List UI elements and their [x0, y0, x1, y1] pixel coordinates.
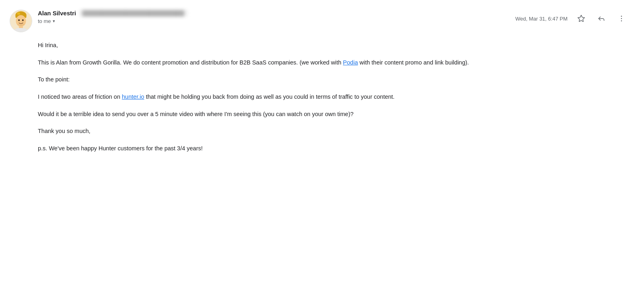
sender-info: Alan Silvestri █████████████████████████…	[38, 10, 188, 24]
email-container: Alan Silvestri █████████████████████████…	[0, 0, 644, 170]
sender-name-row: Alan Silvestri █████████████████████████…	[38, 10, 188, 17]
paragraph-intro: This is Alan from Growth Gorilla. We do …	[38, 58, 628, 68]
to-me-label: to me	[38, 18, 51, 24]
star-button[interactable]	[575, 12, 588, 25]
paragraph-video: Would it be a terrible idea to send you …	[38, 109, 628, 119]
sender-section: Alan Silvestri █████████████████████████…	[10, 10, 188, 32]
paragraph-friction: I noticed two areas of friction on hunte…	[38, 92, 628, 102]
paragraph3-before: I noticed two areas of friction on	[38, 94, 122, 100]
paragraph3-after: that might be holding you back from doin…	[144, 94, 394, 100]
paragraph1-after: with their content promo and link buildi…	[358, 59, 469, 66]
svg-point-5	[18, 19, 20, 21]
paragraph-thanks: Thank you so much,	[38, 126, 628, 136]
paragraph1-before: This is Alan from Growth Gorilla. We do …	[38, 59, 343, 66]
svg-point-12	[621, 21, 622, 22]
chevron-down-icon: ▾	[53, 19, 55, 24]
hunterio-link[interactable]: hunter.io	[122, 94, 144, 100]
email-date: Wed, Mar 31, 6:47 PM	[515, 16, 568, 22]
sender-email-blurred: ██████████████████████████	[79, 10, 187, 17]
avatar	[10, 10, 32, 32]
svg-point-11	[621, 18, 622, 19]
reply-button[interactable]	[595, 12, 608, 25]
svg-point-3	[17, 12, 20, 15]
podia-link[interactable]: Podia	[343, 59, 358, 66]
paragraph-ps: p.s. We've been happy Hunter customers f…	[38, 143, 628, 154]
header-actions: Wed, Mar 31, 6:47 PM	[515, 10, 628, 25]
more-vertical-icon	[617, 15, 625, 23]
sender-name: Alan Silvestri	[38, 10, 76, 17]
to-me-row[interactable]: to me ▾	[38, 18, 188, 24]
reply-icon	[597, 15, 605, 23]
greeting: Hi Irina,	[38, 40, 628, 50]
svg-point-6	[22, 19, 24, 21]
more-options-button[interactable]	[615, 12, 628, 25]
email-body: Hi Irina, This is Alan from Growth Goril…	[10, 40, 628, 153]
svg-point-10	[621, 16, 622, 17]
svg-marker-9	[578, 15, 585, 22]
email-header: Alan Silvestri █████████████████████████…	[10, 10, 628, 32]
star-icon	[577, 15, 585, 23]
paragraph-to-the-point: To the point:	[38, 75, 628, 85]
